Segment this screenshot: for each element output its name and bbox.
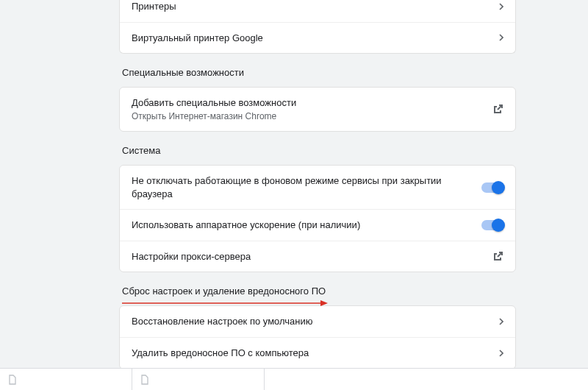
section-title-reset: Сброс настроек и удаление вредоносного П…: [119, 272, 516, 305]
chevron-right-icon: [499, 318, 503, 325]
accessibility-card: Добавить специальные возможности Открыть…: [119, 87, 516, 132]
browser-tab-strip: [0, 368, 588, 390]
system-card: Не отключать работающие в фоновом режиме…: [119, 165, 516, 272]
toggle-on-icon: [481, 182, 503, 193]
row-cleanup[interactable]: Удалить вредоносное ПО с компьютера: [120, 337, 515, 369]
open-external-icon: [492, 251, 503, 263]
row-add-accessibility[interactable]: Добавить специальные возможности Открыть…: [120, 88, 515, 131]
add-accessibility-label: Добавить специальные возможности: [132, 96, 492, 110]
row-proxy[interactable]: Настройки прокси-сервера: [120, 241, 515, 272]
add-accessibility-sub: Открыть Интернет-магазин Chrome: [132, 111, 492, 123]
open-external-icon: [492, 104, 503, 116]
cloud-print-label: Виртуальный принтер Google: [132, 32, 499, 45]
browser-tab[interactable]: [0, 369, 132, 390]
svg-marker-1: [320, 300, 328, 306]
reset-title-text: Сброс настроек и удаление вредоносного П…: [122, 286, 326, 297]
section-title-accessibility: Специальные возможности: [119, 54, 516, 87]
row-bg-apps[interactable]: Не отключать работающие в фоновом режиме…: [120, 166, 515, 209]
browser-tab[interactable]: [132, 369, 265, 390]
printers-label: Принтеры: [132, 0, 499, 13]
proxy-label: Настройки прокси-сервера: [132, 250, 492, 263]
section-title-system: Система: [119, 132, 516, 165]
row-printers[interactable]: Принтеры: [120, 0, 515, 22]
chevron-right-icon: [499, 34, 503, 41]
hw-accel-label: Использовать аппаратное ускорение (при н…: [132, 219, 481, 232]
row-restore-defaults[interactable]: Восстановление настроек по умолчанию: [120, 306, 515, 337]
chevron-right-icon: [499, 3, 503, 10]
restore-defaults-label: Восстановление настроек по умолчанию: [132, 315, 499, 328]
settings-content: Принтеры Виртуальный принтер Google Спец…: [119, 0, 516, 369]
bg-apps-toggle[interactable]: [481, 182, 503, 193]
chevron-right-icon: [499, 350, 503, 357]
row-hw-accel[interactable]: Использовать аппаратное ускорение (при н…: [120, 209, 515, 241]
file-icon: [7, 375, 18, 385]
bg-apps-label: Не отключать работающие в фоновом режиме…: [132, 174, 481, 200]
row-cloud-print[interactable]: Виртуальный принтер Google: [120, 22, 515, 54]
hw-accel-toggle[interactable]: [481, 220, 503, 230]
file-icon: [140, 375, 150, 385]
printing-card: Принтеры Виртуальный принтер Google: [119, 0, 516, 54]
toggle-on-icon: [481, 220, 503, 230]
cleanup-label: Удалить вредоносное ПО с компьютера: [132, 347, 499, 360]
reset-card: Восстановление настроек по умолчанию Уда…: [119, 305, 516, 369]
